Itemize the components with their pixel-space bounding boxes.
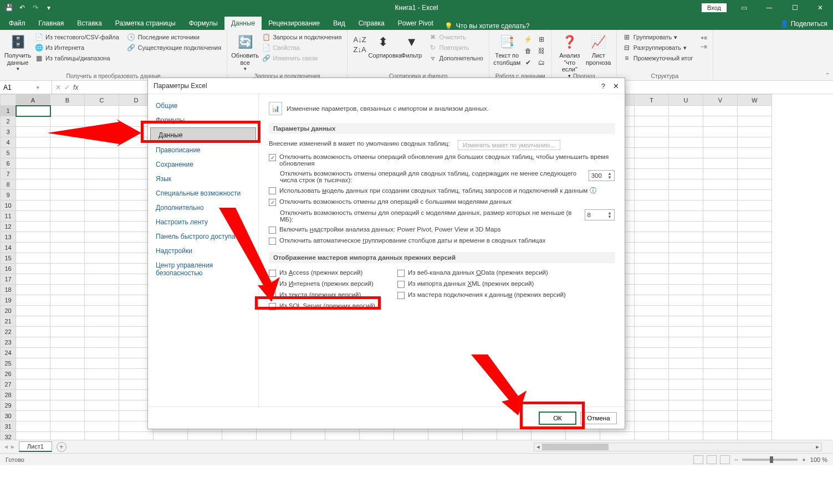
dialog-close-icon[interactable]: ✕ xyxy=(613,82,619,90)
tab-review[interactable]: Рецензирование xyxy=(262,17,326,30)
checkbox[interactable] xyxy=(269,303,276,310)
checkbox[interactable] xyxy=(269,238,276,245)
checkbox[interactable]: ✓ xyxy=(269,154,276,161)
consolidate-icon[interactable]: ⊞ xyxy=(535,34,548,44)
nav-trust[interactable]: Центр управления безопасностью xyxy=(148,258,258,280)
tab-insert[interactable]: Вставка xyxy=(70,17,109,30)
manage-dm-icon[interactable]: 🗂 xyxy=(535,58,548,68)
edit-default-layout-button[interactable]: Изменить макет по умолчанию... xyxy=(458,140,560,150)
zoom-slider[interactable] xyxy=(742,459,798,461)
checkbox[interactable]: ✓ xyxy=(269,292,276,299)
from-table-button[interactable]: ▦Из таблицы/диапазона xyxy=(32,53,121,63)
collapse-ribbon-icon[interactable]: ⌃ xyxy=(825,72,830,78)
checkbox[interactable] xyxy=(269,227,276,234)
filter-button[interactable]: ▼Фильтр xyxy=(397,32,426,59)
nav-advanced[interactable]: Дополнительно xyxy=(148,200,258,215)
login-button[interactable]: Вход xyxy=(702,3,727,12)
rows-spinner[interactable]: 300▲▼ xyxy=(589,170,615,181)
cancel-formula-icon[interactable]: ✕ xyxy=(55,84,61,91)
horizontal-scrollbar[interactable]: ◄► xyxy=(534,443,822,451)
tab-data[interactable]: Данные xyxy=(224,17,262,30)
checkbox[interactable] xyxy=(397,292,405,299)
ok-button[interactable]: ОК xyxy=(539,412,576,424)
subtotal-button[interactable]: ≡Промежуточный итог xyxy=(620,53,696,63)
checkbox[interactable] xyxy=(397,270,405,277)
tab-help[interactable]: Справка xyxy=(352,17,391,30)
edit-links-button[interactable]: 🔗Изменить связи xyxy=(259,53,344,63)
group-rows-button[interactable]: ⊞Группировать ▾ xyxy=(620,32,696,42)
size-spinner[interactable]: 8▲▼ xyxy=(585,209,615,220)
dialog-help-icon[interactable]: ? xyxy=(601,82,605,90)
enter-formula-icon[interactable]: ✓ xyxy=(64,84,70,91)
checkbox[interactable] xyxy=(269,281,276,288)
sort-button[interactable]: ⬍Сортировка xyxy=(369,32,397,59)
nav-proofing[interactable]: Правописание xyxy=(148,143,258,157)
from-web-button[interactable]: 🌐Из Интернета xyxy=(32,43,121,53)
checkbox[interactable] xyxy=(397,281,405,288)
zoom-in-icon[interactable]: + xyxy=(802,456,805,463)
nav-customize-ribbon[interactable]: Настроить ленту xyxy=(148,215,258,229)
nav-formulas[interactable]: Формулы xyxy=(148,113,258,127)
qat-drop-icon[interactable]: ▾ xyxy=(43,2,54,13)
ribbon-options-icon[interactable]: ▭ xyxy=(731,0,757,16)
advanced-button[interactable]: ▿Дополнительно xyxy=(426,53,486,63)
page-layout-view-icon[interactable] xyxy=(707,455,717,464)
maximize-icon[interactable]: ☐ xyxy=(782,0,808,16)
tab-view[interactable]: Вид xyxy=(326,17,352,30)
text-to-columns-button[interactable]: 📑Текст по столбцам xyxy=(493,32,522,66)
tab-home[interactable]: Главная xyxy=(32,17,71,30)
reapply-button[interactable]: ↻Повторить xyxy=(426,43,486,53)
zoom-out-icon[interactable]: − xyxy=(734,456,738,463)
relationships-icon[interactable]: ⛓ xyxy=(535,46,548,56)
checkbox[interactable] xyxy=(269,270,276,277)
from-csv-button[interactable]: 📄Из текстового/CSV-файла xyxy=(32,32,121,42)
undo-icon[interactable]: ↶ xyxy=(17,2,28,13)
tell-me[interactable]: 💡Что вы хотите сделать? xyxy=(440,22,534,30)
share-button[interactable]: 👤Поделиться xyxy=(775,18,833,30)
show-detail-icon[interactable]: +≡ xyxy=(698,34,709,42)
clear-button[interactable]: ✖Очистить xyxy=(426,32,486,42)
minimize-icon[interactable]: — xyxy=(757,0,782,16)
add-sheet-button[interactable]: + xyxy=(57,442,67,452)
nav-data[interactable]: Данные xyxy=(150,127,256,143)
close-icon[interactable]: ✕ xyxy=(808,0,833,16)
page-break-view-icon[interactable] xyxy=(720,455,730,464)
checkbox[interactable]: ✓ xyxy=(269,199,276,206)
redo-icon[interactable]: ↷ xyxy=(30,2,41,13)
name-box-input[interactable] xyxy=(3,84,37,91)
get-data-button[interactable]: 🗄️Получить данные▾ xyxy=(3,32,32,72)
ungroup-button[interactable]: ⊟Разгруппировать ▾ xyxy=(620,43,696,53)
sheet-tab[interactable]: Лист1 xyxy=(19,441,52,452)
checkbox[interactable] xyxy=(269,187,276,194)
tab-formulas[interactable]: Формулы xyxy=(182,17,224,30)
normal-view-icon[interactable] xyxy=(693,455,703,464)
forecast-button[interactable]: 📈Лист прогноза xyxy=(584,32,613,66)
nav-general[interactable]: Общие xyxy=(148,99,258,113)
properties-button[interactable]: 📄Свойства xyxy=(259,43,344,53)
next-sheet-icon[interactable]: ► xyxy=(10,444,16,450)
sort-desc-button[interactable]: Z↓A xyxy=(351,45,368,54)
tab-pagelayout[interactable]: Разметка страницы xyxy=(109,17,182,30)
nav-addins[interactable]: Надстройки xyxy=(148,244,258,258)
tab-file[interactable]: Файл xyxy=(2,17,32,30)
name-box[interactable]: ▾ xyxy=(0,81,52,94)
sort-asc-button[interactable]: A↓Z xyxy=(351,35,368,44)
refresh-all-button[interactable]: 🔄Обновить все▾ xyxy=(231,32,259,72)
recent-sources-button[interactable]: 🕓Последние источники xyxy=(125,32,223,42)
save-icon[interactable]: 💾 xyxy=(3,2,14,13)
hide-detail-icon[interactable]: −≡ xyxy=(698,43,709,50)
nav-language[interactable]: Язык xyxy=(148,172,258,186)
queries-conn-button[interactable]: 📋Запросы и подключения xyxy=(259,32,344,42)
zoom-level[interactable]: 100 % xyxy=(810,456,827,463)
existing-conn-button[interactable]: 🔗Существующие подключения xyxy=(125,43,223,53)
flash-fill-icon[interactable]: ⚡ xyxy=(522,34,535,44)
nav-qat[interactable]: Панель быстрого доступа xyxy=(148,229,258,244)
fx-icon[interactable]: fx xyxy=(73,84,78,91)
prev-sheet-icon[interactable]: ◄ xyxy=(3,444,9,450)
remove-dup-icon[interactable]: 🗑 xyxy=(522,46,535,56)
tab-powerpivot[interactable]: Power Pivot xyxy=(391,17,440,30)
cancel-button[interactable]: Отмена xyxy=(580,412,617,424)
nav-save[interactable]: Сохранение xyxy=(148,157,258,172)
data-val-icon[interactable]: ✔ xyxy=(522,58,535,68)
nav-access[interactable]: Специальные возможности xyxy=(148,186,258,200)
